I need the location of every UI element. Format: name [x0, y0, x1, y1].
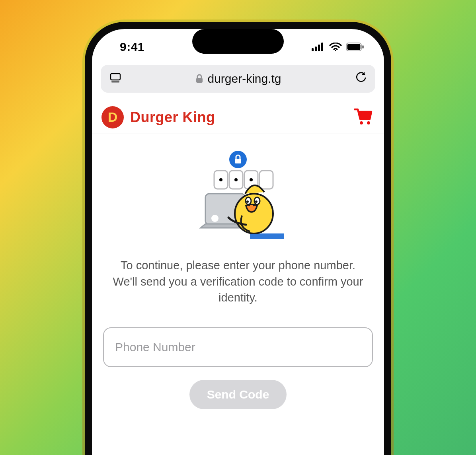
- svg-rect-10: [196, 78, 203, 83]
- wifi-icon: [329, 43, 342, 51]
- svg-point-21: [250, 178, 253, 181]
- svg-rect-7: [362, 45, 364, 49]
- status-icons: [312, 43, 364, 51]
- url-display: durger-king.tg: [195, 72, 281, 86]
- svg-point-30: [248, 205, 250, 206]
- svg-rect-2: [318, 45, 320, 51]
- cart-icon[interactable]: [354, 108, 373, 127]
- svg-rect-18: [259, 171, 273, 189]
- verification-prompt: To continue, please enter your phone num…: [103, 257, 373, 306]
- brand-logo-icon: D: [101, 106, 124, 128]
- svg-point-11: [360, 121, 363, 124]
- verification-panel: To continue, please enter your phone num…: [92, 134, 384, 409]
- svg-point-23: [211, 215, 218, 222]
- svg-rect-6: [347, 44, 361, 50]
- svg-rect-8: [111, 74, 120, 80]
- lock-icon: [195, 74, 203, 84]
- phone-frame: 9:41 dur: [85, 22, 391, 455]
- reader-mode-icon[interactable]: [109, 73, 121, 85]
- phone-screen: 9:41 dur: [92, 29, 384, 455]
- brand-letter: D: [108, 109, 118, 125]
- svg-rect-0: [312, 48, 314, 51]
- cellular-icon: [312, 43, 325, 51]
- svg-rect-1: [315, 47, 317, 51]
- reload-icon[interactable]: [355, 72, 367, 86]
- verification-illustration-icon: [186, 150, 290, 245]
- svg-rect-14: [235, 159, 241, 163]
- svg-point-4: [335, 50, 336, 51]
- svg-rect-3: [321, 43, 323, 51]
- brand[interactable]: D Durger King: [101, 106, 215, 128]
- dynamic-island: [192, 29, 284, 54]
- phone-number-input[interactable]: [103, 327, 373, 367]
- svg-point-27: [246, 200, 249, 203]
- browser-url-bar[interactable]: durger-king.tg: [101, 65, 375, 93]
- status-time: 9:41: [120, 40, 144, 54]
- svg-point-20: [234, 178, 238, 181]
- app-header: D Durger King: [92, 101, 384, 134]
- svg-rect-24: [250, 233, 284, 239]
- svg-point-31: [253, 205, 255, 206]
- svg-point-29: [255, 200, 258, 203]
- svg-point-12: [367, 121, 370, 124]
- battery-icon: [346, 43, 364, 51]
- url-text: durger-king.tg: [207, 72, 281, 86]
- svg-point-19: [219, 178, 222, 181]
- send-code-button[interactable]: Send Code: [189, 380, 287, 409]
- brand-name: Durger King: [130, 109, 215, 126]
